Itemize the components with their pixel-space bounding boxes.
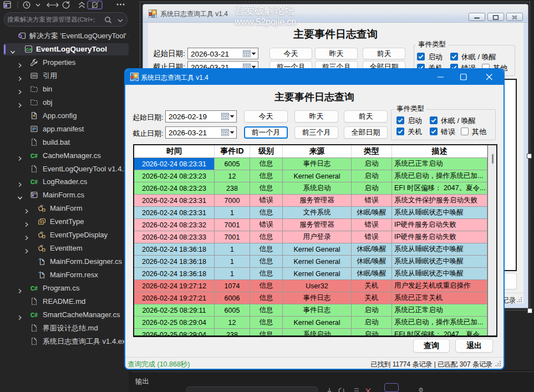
svg-text:C#: C# [30,286,38,292]
svg-text:C#: C# [26,47,32,52]
svg-text:C#: C# [30,179,38,185]
svg-text:C#: C# [30,312,38,318]
svg-text:C#: C# [30,153,38,159]
